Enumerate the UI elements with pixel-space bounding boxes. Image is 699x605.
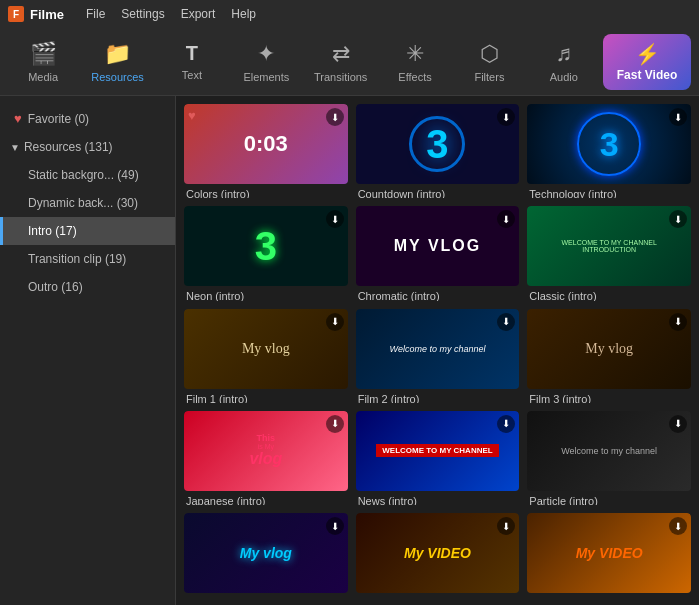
download-icon[interactable]: ⬇ xyxy=(669,415,687,433)
sidebar-transition-clip[interactable]: Transition clip (19) xyxy=(0,245,175,273)
download-icon[interactable]: ⬇ xyxy=(497,517,515,535)
grid-item-neon[interactable]: 3 ⬇ Neon (intro) xyxy=(184,206,348,300)
sidebar-dynamic-bg[interactable]: Dynamic back... (30) xyxy=(0,189,175,217)
arrow-down-icon: ▼ xyxy=(10,142,20,153)
svg-text:F: F xyxy=(13,9,19,20)
download-icon[interactable]: ⬇ xyxy=(669,108,687,126)
menu-help[interactable]: Help xyxy=(231,7,256,21)
app-icon: F xyxy=(8,6,24,22)
grid-item-particle[interactable]: Welcome to my channel ⬇ Particle (intro) xyxy=(527,411,691,505)
app-title: Filme xyxy=(30,7,64,22)
grid-item-film3-label: Film 3 (intro) xyxy=(527,393,691,403)
sidebar-dynamic-bg-label: Dynamic back... (30) xyxy=(28,196,138,210)
nav-resources-label: Resources xyxy=(91,71,144,83)
sidebar-outro-label: Outro (16) xyxy=(28,280,83,294)
sidebar-intro-label: Intro (17) xyxy=(28,224,77,238)
nav-text-label: Text xyxy=(182,69,202,81)
nav-resources[interactable]: 📁 Resources xyxy=(82,32,152,92)
grid-item-countdown[interactable]: 3 ⬇ Countdown (intro) xyxy=(356,104,520,198)
grid-item-japanese[interactable]: This is My vlog ⬇ Japanese (intro) xyxy=(184,411,348,505)
sidebar-outro[interactable]: Outro (16) xyxy=(0,273,175,301)
fast-video-button[interactable]: ⚡ Fast Video xyxy=(603,34,691,90)
heart-icon: ♥ xyxy=(14,111,22,126)
grid-item-colors[interactable]: ♥ 0:03 ⬇ Colors (intro) xyxy=(184,104,348,198)
grid-item-chromatic[interactable]: MY VLOG ⬇ Chromatic (intro) xyxy=(356,206,520,300)
menu-bar: File Settings Export Help xyxy=(86,7,256,21)
sidebar-transition-clip-label: Transition clip (19) xyxy=(28,252,126,266)
download-icon[interactable]: ⬇ xyxy=(326,517,344,535)
download-icon[interactable]: ⬇ xyxy=(669,313,687,331)
grid-item-mv3[interactable]: My VIDEO ⬇ xyxy=(527,513,691,597)
main-content: ♥ Favorite (0) ▼ Resources (131) Static … xyxy=(0,96,699,605)
fast-video-label: Fast Video xyxy=(617,68,677,82)
sidebar-favorite[interactable]: ♥ Favorite (0) xyxy=(0,104,175,133)
resources-grid: ♥ 0:03 ⬇ Colors (intro) 3 ⬇ Countdown (i… xyxy=(176,96,699,605)
effects-icon: ✳ xyxy=(406,41,424,67)
grid-item-countdown-label: Countdown (intro) xyxy=(356,188,520,198)
grid-item-news[interactable]: WELCOME TO MY CHANNEL ⬇ News (intro) xyxy=(356,411,520,505)
grid-item-film2-label: Film 2 (intro) xyxy=(356,393,520,403)
sidebar-resources-label: Resources (131) xyxy=(24,140,113,154)
nav-effects[interactable]: ✳ Effects xyxy=(380,32,450,92)
sidebar-favorite-label: Favorite (0) xyxy=(28,112,89,126)
nav-text[interactable]: T Text xyxy=(157,32,227,92)
grid-item-classic-label: Classic (intro) xyxy=(527,290,691,300)
nav-filters[interactable]: ⬡ Filters xyxy=(454,32,524,92)
nav-effects-label: Effects xyxy=(398,71,431,83)
download-icon[interactable]: ⬇ xyxy=(326,415,344,433)
download-icon[interactable]: ⬇ xyxy=(497,210,515,228)
grid-item-particle-label: Particle (intro) xyxy=(527,495,691,505)
nav-elements-label: Elements xyxy=(243,71,289,83)
grid-item-technology-label: Technology (intro) xyxy=(527,188,691,198)
sidebar-intro[interactable]: Intro (17) xyxy=(0,217,175,245)
grid-item-colors-label: Colors (intro) xyxy=(184,188,348,198)
grid-item-neon-label: Neon (intro) xyxy=(184,290,348,300)
nav-filters-label: Filters xyxy=(474,71,504,83)
nav-media[interactable]: 🎬 Media xyxy=(8,32,78,92)
grid-item-film1[interactable]: My vlog ⬇ Film 1 (intro) xyxy=(184,309,348,403)
sidebar-static-bg-label: Static backgro... (49) xyxy=(28,168,139,182)
download-icon[interactable]: ⬇ xyxy=(326,313,344,331)
download-icon[interactable]: ⬇ xyxy=(669,517,687,535)
grid-item-mv2[interactable]: My VIDEO ⬇ xyxy=(356,513,520,597)
nav-audio[interactable]: ♬ Audio xyxy=(529,32,599,92)
download-icon[interactable]: ⬇ xyxy=(326,108,344,126)
sidebar: ♥ Favorite (0) ▼ Resources (131) Static … xyxy=(0,96,176,605)
grid-item-japanese-label: Japanese (intro) xyxy=(184,495,348,505)
menu-file[interactable]: File xyxy=(86,7,105,21)
grid-item-news-label: News (intro) xyxy=(356,495,520,505)
sidebar-static-bg[interactable]: Static backgro... (49) xyxy=(0,161,175,189)
media-icon: 🎬 xyxy=(30,41,57,67)
filters-icon: ⬡ xyxy=(480,41,499,67)
text-icon: T xyxy=(186,42,198,65)
nav-media-label: Media xyxy=(28,71,58,83)
favorite-icon: ♥ xyxy=(188,108,196,123)
menu-settings[interactable]: Settings xyxy=(121,7,164,21)
grid-item-mv1[interactable]: My vlog ⬇ xyxy=(184,513,348,597)
download-icon[interactable]: ⬇ xyxy=(669,210,687,228)
grid-item-film1-label: Film 1 (intro) xyxy=(184,393,348,403)
title-bar: F Filme File Settings Export Help xyxy=(0,0,699,28)
audio-icon: ♬ xyxy=(556,41,573,67)
download-icon[interactable]: ⬇ xyxy=(497,108,515,126)
grid-item-classic[interactable]: WELCOME TO MY CHANNEL INTRODUCTION ⬇ Cla… xyxy=(527,206,691,300)
top-nav: 🎬 Media 📁 Resources T Text ✦ Elements ⇄ … xyxy=(0,28,699,96)
sidebar-resources-section[interactable]: ▼ Resources (131) xyxy=(0,133,175,161)
resources-icon: 📁 xyxy=(104,41,131,67)
menu-export[interactable]: Export xyxy=(181,7,216,21)
grid-item-chromatic-label: Chromatic (intro) xyxy=(356,290,520,300)
grid-item-film3[interactable]: My vlog ⬇ Film 3 (intro) xyxy=(527,309,691,403)
grid-item-film2[interactable]: Welcome to my channel ⬇ Film 2 (intro) xyxy=(356,309,520,403)
nav-transitions[interactable]: ⇄ Transitions xyxy=(306,32,376,92)
nav-elements[interactable]: ✦ Elements xyxy=(231,32,301,92)
grid-item-technology[interactable]: 3 ⬇ Technology (intro) xyxy=(527,104,691,198)
download-icon[interactable]: ⬇ xyxy=(326,210,344,228)
transitions-icon: ⇄ xyxy=(332,41,350,67)
download-icon[interactable]: ⬇ xyxy=(497,415,515,433)
nav-transitions-label: Transitions xyxy=(314,71,367,83)
fast-video-icon: ⚡ xyxy=(635,42,660,66)
download-icon[interactable]: ⬇ xyxy=(497,313,515,331)
nav-audio-label: Audio xyxy=(550,71,578,83)
elements-icon: ✦ xyxy=(257,41,275,67)
